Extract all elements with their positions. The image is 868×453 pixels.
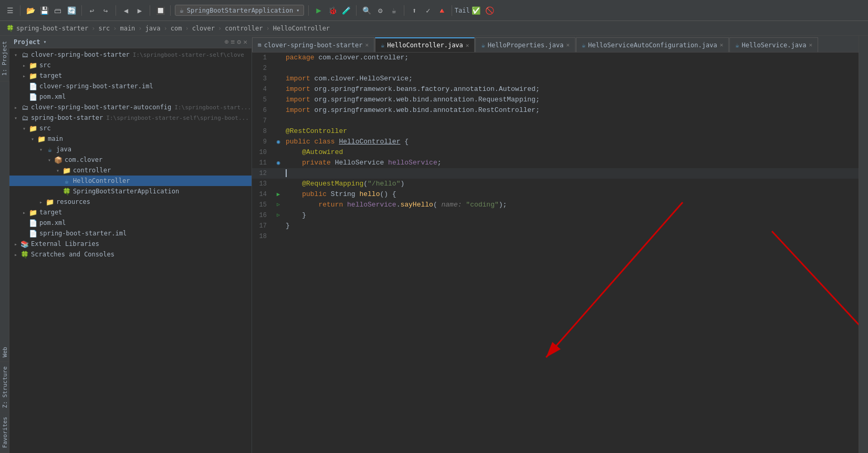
tree-item-spring-app[interactable]: 🍀 SpringBootStarterApplication	[9, 186, 252, 197]
tree-item-resources[interactable]: ▸ 📁 resources	[9, 197, 252, 207]
line-content[interactable]	[284, 116, 859, 126]
panel-settings-icon[interactable]: ⚙	[237, 38, 241, 46]
line-content[interactable]: import org.springframework.beans.factory…	[284, 84, 859, 95]
gutter-icon-16[interactable]: ▷	[277, 210, 280, 221]
panel-close-icon[interactable]: ✕	[243, 38, 247, 46]
code-line-6: 6 import org.springframework.web.bind.an…	[252, 105, 859, 116]
tree-item-spring-root[interactable]: ▾ 🗂 spring-boot-starter I:\springboot-st…	[9, 112, 252, 123]
code-line-5: 5 import org.springframework.web.bind.an…	[252, 95, 859, 105]
gutter-impl-icon[interactable]: ◉	[277, 137, 280, 147]
breadcrumb-clover[interactable]: clover	[192, 25, 215, 32]
tab-hello-controller[interactable]: ☕ HelloController.java ✕	[375, 37, 475, 52]
web-tab[interactable]: Web	[0, 343, 9, 362]
tree-item-main[interactable]: ▾ 📁 main	[9, 133, 252, 144]
tree-item-src2[interactable]: ▾ 📁 src	[9, 123, 252, 133]
breadcrumb-java[interactable]: java	[145, 25, 161, 32]
breadcrumb-main[interactable]: main	[120, 25, 135, 32]
run-icon[interactable]: ▶	[313, 5, 325, 16]
line-content[interactable]	[284, 168, 859, 179]
undo-icon[interactable]: ↩	[86, 5, 98, 16]
line-content[interactable]: import com.clover.HelloService;	[284, 74, 859, 84]
line-content[interactable]: @RequestMapping("/hello")	[284, 179, 859, 189]
line-content[interactable]: public String hello() {	[284, 189, 859, 200]
save-all-icon[interactable]: 🗃	[52, 5, 64, 16]
tab-close-icon-3[interactable]: ✕	[720, 42, 724, 48]
tree-item-hello-controller[interactable]: ☕ HelloController	[9, 176, 252, 186]
line-content[interactable]	[284, 231, 859, 242]
panel-expand-icon[interactable]: ≡	[231, 38, 235, 46]
line-content[interactable]: return helloService.sayHello( name: "cod…	[284, 200, 859, 210]
tab-hello-properties[interactable]: ☕ HelloProperties.java ✕	[475, 37, 575, 52]
tree-item-com-clover[interactable]: ▾ 📦 com.clover	[9, 155, 252, 165]
sync-icon[interactable]: 🔄	[66, 5, 77, 16]
tab-label: HelloProperties.java	[488, 42, 564, 49]
tree-item-iml1[interactable]: 📄 clover-spring-boot-starter.iml	[9, 81, 252, 91]
breadcrumb-src[interactable]: src	[99, 25, 110, 32]
breadcrumb-com[interactable]: com	[171, 25, 182, 32]
sdk-icon[interactable]: ☕	[388, 5, 400, 16]
line-content[interactable]: import org.springframework.web.bind.anno…	[284, 95, 859, 105]
line-content[interactable]: @Autowired	[284, 147, 859, 158]
tab-hello-service[interactable]: ☕ HelloService.java ✕	[729, 37, 818, 52]
open-icon[interactable]: 📂	[25, 5, 36, 16]
line-content[interactable]: @RestController	[284, 126, 859, 137]
tree-item-clover-root[interactable]: ▾ 🗂 clover-spring-boot-starter I:\spring…	[9, 49, 252, 60]
tree-arrow-target2: ▸	[20, 208, 28, 217]
line-content[interactable]: }	[284, 210, 859, 221]
breadcrumb-project[interactable]: spring-boot-starter	[16, 25, 88, 32]
tree-item-scratches[interactable]: ▸ 🍀 Scratches and Consoles	[9, 249, 252, 260]
vcs-push-icon[interactable]: 🔺	[436, 5, 447, 16]
tab-close-icon-2[interactable]: ✕	[566, 42, 570, 48]
line-content[interactable]	[284, 63, 859, 74]
tail-icon2[interactable]: 🚫	[484, 5, 495, 16]
config-dropdown-icon: ▾	[296, 7, 299, 13]
tree-item-target2[interactable]: ▸ 📁 target	[9, 207, 252, 218]
nav-back-icon[interactable]: ◀	[120, 5, 132, 16]
tab-close-active-icon[interactable]: ✕	[466, 42, 469, 49]
redo-icon[interactable]: ↪	[100, 5, 111, 16]
run-config[interactable]: ☕ SpringBootStarterApplication ▾	[175, 5, 304, 16]
tab-close-icon-4[interactable]: ✕	[809, 42, 812, 48]
nav-forward-icon[interactable]: ▶	[134, 5, 145, 16]
tree-item-controller[interactable]: ▾ 📁 controller	[9, 165, 252, 176]
panel-locate-icon[interactable]: ⊕	[225, 38, 229, 46]
gutter-field-icon[interactable]: ◉	[277, 158, 280, 168]
search-icon[interactable]: 🔍	[361, 5, 372, 16]
tab-close-icon[interactable]: ✕	[365, 42, 369, 48]
line-content[interactable]: }	[284, 221, 859, 231]
vcs-update-icon[interactable]: ⬆	[409, 5, 420, 16]
line-content[interactable]: package com.clover.controller;	[284, 53, 859, 63]
tree-item-pom2[interactable]: 📄 pom.xml	[9, 218, 252, 228]
line-content[interactable]: import org.springframework.web.bind.anno…	[284, 105, 859, 116]
tail-icon1[interactable]: ✅	[470, 5, 482, 16]
tree-item-java[interactable]: ▾ ☕ java	[9, 144, 252, 155]
structure-icon[interactable]: 🔲	[154, 5, 166, 16]
tree-item-pom1[interactable]: 📄 pom.xml	[9, 91, 252, 102]
run-with-coverage-icon[interactable]: 🧪	[340, 5, 352, 16]
tree-item-target1[interactable]: ▸ 📁 target	[9, 70, 252, 81]
favorites-tab[interactable]: Favorites	[0, 413, 9, 453]
code-editor[interactable]: 1 package com.clover.controller; 2 3 imp…	[252, 53, 859, 453]
panel-dropdown-icon[interactable]: ▾	[44, 39, 47, 45]
save-icon[interactable]: 💾	[38, 5, 50, 16]
line-content[interactable]: public class HelloController {	[284, 137, 859, 147]
menu-icon[interactable]: ☰	[4, 5, 16, 16]
tab-clover-starter[interactable]: m clover-spring-boot-starter ✕	[252, 37, 374, 52]
project-tab[interactable]: 1: Project	[0, 36, 9, 81]
tree-item-autoconfig-root[interactable]: ▸ 🗂 clover-spring-boot-starter-autoconfi…	[9, 102, 252, 112]
settings-icon[interactable]: ⚙	[374, 5, 386, 16]
tab-hello-service-auto[interactable]: ☕ HelloServiceAutoConfiguration.java ✕	[576, 37, 729, 52]
breadcrumb-controller[interactable]: controller	[225, 25, 263, 32]
tree-label: SpringBootStarterApplication	[73, 188, 179, 195]
breadcrumb-class[interactable]: HelloController	[273, 25, 330, 32]
tree-label: spring-boot-starter	[31, 114, 103, 121]
tree-item-iml2[interactable]: 📄 spring-boot-starter.iml	[9, 228, 252, 239]
debug-icon[interactable]: 🐞	[327, 5, 338, 16]
line-content[interactable]: private HelloService helloService;	[284, 158, 859, 168]
tree-item-external-libs[interactable]: ▸ 📚 External Libraries	[9, 239, 252, 249]
structure-tab[interactable]: Z: Structure	[0, 362, 9, 413]
tree-item-src1[interactable]: ▸ 📁 src	[9, 60, 252, 70]
gutter-method-icon[interactable]: ▶	[277, 189, 280, 200]
gutter-icon-15[interactable]: ▷	[277, 200, 280, 210]
vcs-commit-icon[interactable]: ✓	[422, 5, 434, 16]
